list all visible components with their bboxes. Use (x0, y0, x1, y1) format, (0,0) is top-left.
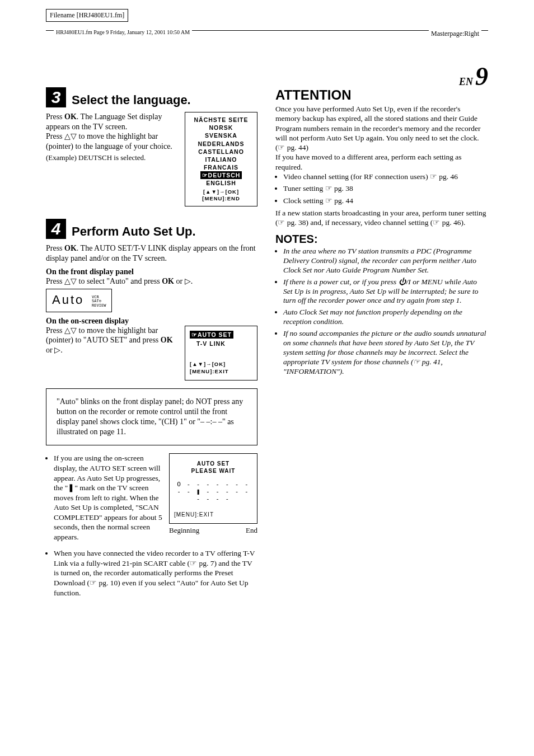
example-note: (Example) DEUTSCH is selected. (46, 153, 179, 162)
page-num: 9 (475, 62, 488, 91)
step3-title: Select the language. (72, 93, 191, 107)
progress-wait: PLEASE WAIT (174, 468, 252, 474)
panel-line: NÄCHSTE SEITE (189, 116, 254, 124)
bullet-tvlink: When you have connected the video record… (54, 548, 257, 598)
panel-selected: ☞AUTO SET (190, 331, 233, 339)
step3-heading: 3 Select the language. (46, 87, 257, 107)
progress-title: AUTO SET (174, 461, 252, 467)
step4-heading: 4 Perform Auto Set Up. (46, 219, 257, 239)
attention-li-clock: Clock setting ☞ pg. 44 (283, 196, 487, 206)
segment-indicators: VCR SAT⊙ REVIEW (92, 295, 106, 308)
right-column: ATTENTION Once you have performed Auto S… (275, 87, 487, 600)
panel-selected: ☞DEUTSCH (200, 171, 242, 179)
left-column: 3 Select the language. Press OK. The Lan… (46, 87, 257, 600)
text: or ▷. (174, 277, 193, 285)
note-reception: Auto Clock Set may not function properly… (283, 308, 487, 327)
step3-body: Press OK. The Language Set display appea… (46, 112, 179, 162)
header-text: HRJ480EU1.fm Page 9 Friday, January 12, … (54, 29, 192, 35)
panel-line: ENGLISH (189, 179, 254, 187)
progress-figure: AUTO SET PLEASE WAIT O - - - - - - - - -… (169, 453, 257, 535)
step4-select-auto: Press △▽ to select "Auto" and press OK o… (46, 276, 257, 287)
attention-heading: ATTENTION (275, 87, 487, 103)
label-beginning: Beginning (169, 526, 199, 535)
attention-para3: If a new station starts broadcasting in … (275, 208, 487, 228)
ok-label: OK (64, 244, 77, 252)
masterpage: Masterpage:Right (429, 30, 481, 38)
step3-number: 3 (46, 87, 66, 107)
progress-bar: O - - - - - - - - - ❚ - - - - - - - - - (174, 481, 252, 503)
attention-li-tuner: Tuner setting ☞ pg. 38 (283, 184, 487, 194)
text: Press △▽ to move the highlight bar (poin… (46, 132, 172, 151)
bullet-osd-progress: If you are using the on-screen display, … (54, 453, 163, 542)
text: Press (46, 244, 64, 252)
step4-osd-text: Press △▽ to move the highlight bar (poin… (46, 326, 179, 355)
header-rule: HRJ480EU1.fm Page 9 Friday, January 12, … (46, 30, 488, 31)
panel-line: CASTELLANO (189, 148, 254, 156)
progress-menu: [MENU]:EXIT (174, 511, 252, 518)
panel-line: FRANCAIS (189, 163, 254, 171)
caution-box: "Auto" blinks on the front display panel… (46, 388, 257, 446)
attention-para2: If you have moved to a different area, p… (275, 152, 487, 172)
step4-lead: Press OK. The AUTO SET/T-V LINK display … (46, 243, 257, 263)
panel-controls: [▲▼]→[OK] [MENU]:END (189, 189, 254, 203)
ok-label: OK (161, 336, 173, 344)
text: or ▷. (46, 346, 63, 354)
panel-controls: [▲▼]→[OK] [MENU]:EXIT (190, 361, 252, 375)
note-power-cut: If there is a power cut, or if you press… (283, 278, 487, 306)
attention-li-video: Video channel setting (for RF connection… (283, 172, 487, 182)
subheading-osd: On the on-screen display (46, 317, 257, 326)
osd-panel: ☞AUTO SET T-V LINK [▲▼]→[OK] [MENU]:EXIT (185, 326, 257, 381)
panel-line: T-V LINK (190, 340, 252, 348)
language-panel: NÄCHSTE SEITE NORSK SVENSKA NEDERLANDS C… (185, 112, 257, 206)
step4-number: 4 (46, 219, 66, 239)
segment-display: Auto (52, 293, 84, 307)
text: Press △▽ to select "Auto" and press (46, 277, 162, 285)
text: . The AUTO SET/T-V LINK display appears … (46, 244, 256, 262)
subheading-front-panel: On the front display panel (46, 267, 257, 276)
page: Filename [HRJ480EU1.fm] HRJ480EU1.fm Pag… (46, 27, 488, 721)
panel-line: SVENSKA (189, 132, 254, 139)
filename-label: Filename [HRJ480EU1.fm] (46, 9, 128, 22)
attention-para1: Once you have performed Auto Set Up, eve… (275, 104, 487, 152)
panel-line: NEDERLANDS (189, 140, 254, 148)
text: Press (46, 112, 64, 121)
page-lang: EN (459, 76, 473, 87)
notes-heading: NOTES: (275, 233, 487, 246)
ok-label: OK (64, 112, 77, 121)
note-pdc: In the area where no TV station transmit… (283, 247, 487, 275)
panel-line: NORSK (189, 124, 254, 132)
panel-line: ITALIANO (189, 156, 254, 163)
front-display-panel: Auto VCR SAT⊙ REVIEW (46, 289, 112, 312)
ok-label: OK (162, 277, 174, 285)
step4-title: Perform Auto Set Up. (72, 224, 196, 239)
label-end: End (246, 526, 257, 535)
text: Press △▽ to move the highlight bar (poin… (46, 326, 161, 345)
note-tv-system: If no sound accompanies the picture or t… (283, 329, 487, 376)
